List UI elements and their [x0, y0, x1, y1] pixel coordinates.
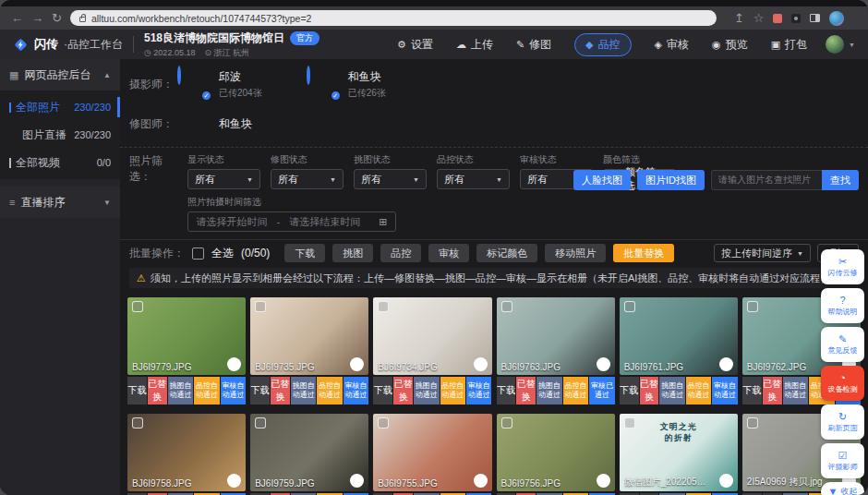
float-收起-button[interactable]: ▼收起: [821, 482, 864, 495]
photo-thumbnail[interactable]: 文明之光的折射微信图片_202205…: [620, 414, 738, 491]
photo-select-circle[interactable]: [350, 357, 364, 371]
audit-status-tag[interactable]: 审核已通过: [589, 377, 614, 404]
sidebar-item-图片直播[interactable]: 图片直播230/230: [0, 121, 120, 149]
sidebar-group-sort[interactable]: ≡ 直播排序 ▼: [0, 187, 120, 218]
face-search-button[interactable]: 人脸找图: [573, 170, 631, 190]
filter-select-显示状态[interactable]: 所有▼: [187, 169, 260, 189]
address-bar[interactable]: alltuu.com/workbench/retouch/1074744573?…: [70, 10, 717, 26]
qc-status-tag[interactable]: 品控自动通过: [440, 377, 465, 404]
search-button[interactable]: 查找: [822, 170, 859, 190]
filter-select-品控状态[interactable]: 所有▼: [437, 169, 510, 189]
browser-profile-avatar[interactable]: [829, 11, 844, 26]
batch-下载-button[interactable]: 下载: [284, 244, 325, 262]
pick-status-tag[interactable]: 挑图自动通过: [291, 377, 316, 404]
photo-select-circle[interactable]: [597, 357, 610, 371]
pick-status-tag[interactable]: 挑图自动通过: [659, 377, 684, 404]
filter-select-修图状态[interactable]: 所有▼: [271, 169, 344, 189]
download-button[interactable]: 下载: [620, 377, 639, 404]
replaced-status-tag[interactable]: 已替换: [271, 377, 290, 404]
qc-status-tag[interactable]: 品控自动通过: [686, 377, 711, 404]
back-icon[interactable]: ←: [11, 12, 23, 24]
photo-select-circle[interactable]: [474, 474, 488, 488]
extensions-menu-icon[interactable]: [791, 14, 801, 23]
photo-thumbnail[interactable]: BJ6I9759.JPG: [250, 414, 368, 491]
photo-checkbox[interactable]: [747, 301, 758, 312]
id-search-button[interactable]: 图片ID找图: [637, 170, 705, 190]
photo-thumbnail[interactable]: BJ6I9734.JPG: [373, 297, 491, 375]
replaced-status-tag[interactable]: 已替换: [763, 377, 782, 404]
photo-thumbnail[interactable]: BJ6I9758.JPG: [127, 414, 246, 491]
float-设备检测-button[interactable]: ◔设备检测: [821, 366, 864, 401]
user-menu[interactable]: ▼: [826, 35, 855, 54]
batch-移动照片-button[interactable]: 移动照片: [545, 244, 606, 262]
photo-checkbox[interactable]: [132, 417, 143, 429]
photo-thumbnail[interactable]: BJ6I9761.JPG: [620, 297, 738, 375]
photo-select-circle[interactable]: [227, 474, 241, 488]
photo-checkbox[interactable]: [132, 301, 143, 312]
forward-icon[interactable]: →: [31, 12, 43, 24]
qc-status-tag[interactable]: 品控自动通过: [317, 377, 342, 404]
avatar[interactable]: [307, 66, 310, 85]
sidebar-group-backend[interactable]: ▦ 网页品控后台 ▲: [0, 59, 120, 91]
float-刷新页面-button[interactable]: ↻刷新页面: [821, 404, 864, 440]
pick-status-tag[interactable]: 挑图自动通过: [783, 377, 808, 404]
filter-select-挑图状态[interactable]: 所有▼: [354, 169, 427, 189]
replaced-status-tag[interactable]: 已替换: [148, 377, 167, 404]
download-button[interactable]: 下载: [742, 377, 762, 404]
pick-status-tag[interactable]: 挑图自动通过: [414, 377, 439, 404]
nav-item-品控[interactable]: ◆品控: [574, 33, 631, 56]
photo-select-circle[interactable]: [719, 474, 733, 488]
bookmark-star-icon[interactable]: ☆: [753, 12, 765, 24]
photo-thumbnail[interactable]: BJ6I9735.JPG: [250, 297, 368, 375]
photo-checkbox[interactable]: [501, 301, 512, 312]
photo-select-circle[interactable]: [227, 357, 241, 371]
photo-select-circle[interactable]: [597, 474, 610, 488]
photo-thumbnail[interactable]: BJ6I9755.JPG: [373, 414, 491, 491]
date-range-input[interactable]: 请选择开始时间 - 请选择结束时间 ⊞: [187, 211, 396, 232]
avatar[interactable]: [177, 66, 181, 85]
audit-status-tag[interactable]: 审核自动通过: [221, 377, 246, 404]
qc-status-tag[interactable]: 品控自动通过: [563, 377, 588, 404]
pick-status-tag[interactable]: 挑图自动通过: [536, 377, 561, 404]
nav-item-审核[interactable]: ◈审核: [655, 37, 689, 53]
sidebar-item-全部照片[interactable]: 全部照片230/230: [0, 93, 120, 121]
photo-checkbox[interactable]: [255, 301, 266, 312]
float-评摄影师-button[interactable]: ☑评摄影师: [821, 443, 864, 478]
photo-select-circle[interactable]: [474, 357, 488, 371]
photo-thumbnail[interactable]: BJ6I9779.JPG: [127, 297, 246, 375]
photo-checkbox[interactable]: [378, 301, 389, 312]
batch-挑图-button[interactable]: 挑图: [332, 244, 373, 262]
photo-checkbox[interactable]: [255, 417, 266, 429]
photo-checkbox[interactable]: [624, 417, 635, 429]
sort-order-select[interactable]: 按上传时间逆序 ▼: [714, 244, 811, 262]
photo-checkbox[interactable]: [378, 417, 389, 429]
photo-thumbnail[interactable]: BJ6I9763.JPG: [497, 297, 615, 375]
download-button[interactable]: 下载: [127, 377, 147, 404]
photo-select-circle[interactable]: [719, 357, 733, 371]
batch-replace-button[interactable]: 批量替换: [613, 244, 674, 262]
float-意见反馈-button[interactable]: ✎意见反馈: [821, 327, 864, 362]
photo-checkbox[interactable]: [624, 301, 635, 312]
sidebar-item-全部视频[interactable]: 全部视频0/0: [0, 149, 120, 176]
select-all-checkbox[interactable]: [192, 248, 204, 260]
replaced-status-tag[interactable]: 已替换: [640, 377, 659, 404]
photo-select-circle[interactable]: [350, 474, 364, 488]
search-input[interactable]: 请输入图片名查找照片: [711, 170, 822, 190]
nav-item-上传[interactable]: ☁上传: [456, 37, 493, 53]
share-icon[interactable]: ↥: [734, 12, 744, 24]
nav-item-设置[interactable]: ⚙设置: [397, 37, 433, 53]
audit-status-tag[interactable]: 审核自动通过: [712, 377, 737, 404]
photo-checkbox[interactable]: [501, 417, 512, 429]
pick-status-tag[interactable]: 挑图自动通过: [168, 377, 193, 404]
extension-icon[interactable]: [773, 14, 782, 23]
batch-审核-button[interactable]: 审核: [428, 244, 469, 262]
download-button[interactable]: 下载: [497, 377, 516, 404]
audit-status-tag[interactable]: 审核自动通过: [344, 377, 368, 404]
qc-status-tag[interactable]: 品控自动通过: [194, 377, 219, 404]
reload-icon[interactable]: ↻: [52, 12, 62, 24]
sidebar-panel-icon[interactable]: [810, 14, 820, 22]
photo-thumbnail[interactable]: BJ6I9756.JPG: [497, 414, 615, 491]
photo-checkbox[interactable]: [747, 417, 758, 429]
replaced-status-tag[interactable]: 已替换: [516, 377, 536, 404]
batch-品控-button[interactable]: 品控: [380, 244, 421, 262]
